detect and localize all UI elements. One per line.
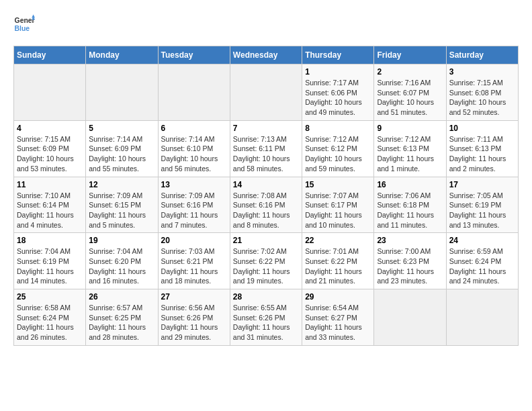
day-number: 8 <box>305 124 371 133</box>
weekday-header-thursday: Thursday <box>302 46 374 64</box>
day-number: 26 <box>89 292 154 302</box>
svg-text:General: General <box>15 17 35 24</box>
calendar-cell: 25Sunrise: 6:58 AMSunset: 6:24 PMDayligh… <box>14 289 86 346</box>
calendar-cell: 17Sunrise: 7:05 AMSunset: 6:19 PMDayligh… <box>446 177 518 233</box>
day-info: Sunrise: 7:09 AMSunset: 6:15 PMDaylight:… <box>89 191 154 230</box>
calendar-cell <box>230 64 302 121</box>
weekday-header-saturday: Saturday <box>446 46 518 64</box>
calendar-cell: 12Sunrise: 7:09 AMSunset: 6:15 PMDayligh… <box>86 177 158 233</box>
calendar-cell: 11Sunrise: 7:10 AMSunset: 6:14 PMDayligh… <box>14 177 86 233</box>
day-number: 24 <box>449 236 515 245</box>
day-info: Sunrise: 7:17 AMSunset: 6:06 PMDaylight:… <box>305 78 371 118</box>
day-info: Sunrise: 7:07 AMSunset: 6:17 PMDaylight:… <box>305 191 371 230</box>
day-number: 20 <box>161 236 227 245</box>
day-number: 1 <box>305 67 371 77</box>
calendar-cell: 23Sunrise: 7:00 AMSunset: 6:23 PMDayligh… <box>374 233 446 289</box>
day-number: 3 <box>449 67 515 77</box>
calendar-week-2: 4Sunrise: 7:15 AMSunset: 6:09 PMDaylight… <box>14 120 519 177</box>
calendar-cell: 27Sunrise: 6:56 AMSunset: 6:26 PMDayligh… <box>158 289 230 346</box>
calendar-cell: 29Sunrise: 6:54 AMSunset: 6:27 PMDayligh… <box>302 289 374 346</box>
day-number: 9 <box>377 124 443 133</box>
day-number: 13 <box>161 180 227 189</box>
calendar-cell: 3Sunrise: 7:15 AMSunset: 6:08 PMDaylight… <box>446 64 518 121</box>
day-number: 6 <box>161 124 227 133</box>
weekday-header-row: SundayMondayTuesdayWednesdayThursdayFrid… <box>14 46 519 64</box>
calendar-cell <box>86 64 158 121</box>
day-number: 2 <box>377 67 443 77</box>
day-number: 12 <box>89 180 154 189</box>
calendar-cell: 28Sunrise: 6:55 AMSunset: 6:26 PMDayligh… <box>230 289 302 346</box>
day-info: Sunrise: 7:15 AMSunset: 6:09 PMDaylight:… <box>17 134 83 174</box>
day-info: Sunrise: 6:56 AMSunset: 6:26 PMDaylight:… <box>161 303 227 342</box>
day-number: 7 <box>233 124 299 133</box>
calendar-week-3: 11Sunrise: 7:10 AMSunset: 6:14 PMDayligh… <box>14 177 519 233</box>
weekday-header-tuesday: Tuesday <box>158 46 230 64</box>
day-info: Sunrise: 7:04 AMSunset: 6:20 PMDaylight:… <box>89 246 154 286</box>
day-number: 28 <box>233 292 299 302</box>
calendar-cell: 8Sunrise: 7:12 AMSunset: 6:12 PMDaylight… <box>302 120 374 177</box>
calendar-cell: 6Sunrise: 7:14 AMSunset: 6:10 PMDaylight… <box>158 120 230 177</box>
weekday-header-friday: Friday <box>374 46 446 64</box>
day-info: Sunrise: 7:02 AMSunset: 6:22 PMDaylight:… <box>233 246 299 286</box>
calendar-cell: 18Sunrise: 7:04 AMSunset: 6:19 PMDayligh… <box>14 233 86 289</box>
day-info: Sunrise: 6:54 AMSunset: 6:27 PMDaylight:… <box>305 303 371 342</box>
day-info: Sunrise: 6:58 AMSunset: 6:24 PMDaylight:… <box>17 303 83 342</box>
day-info: Sunrise: 7:04 AMSunset: 6:19 PMDaylight:… <box>17 246 83 286</box>
day-info: Sunrise: 7:16 AMSunset: 6:07 PMDaylight:… <box>377 78 443 118</box>
day-number: 14 <box>233 180 299 189</box>
day-info: Sunrise: 6:59 AMSunset: 6:24 PMDaylight:… <box>449 246 515 286</box>
weekday-header-monday: Monday <box>86 46 158 64</box>
day-number: 21 <box>233 236 299 245</box>
day-number: 11 <box>17 180 83 189</box>
calendar-cell: 2Sunrise: 7:16 AMSunset: 6:07 PMDaylight… <box>374 64 446 121</box>
calendar-cell: 15Sunrise: 7:07 AMSunset: 6:17 PMDayligh… <box>302 177 374 233</box>
calendar-cell: 5Sunrise: 7:14 AMSunset: 6:09 PMDaylight… <box>86 120 158 177</box>
svg-text:Blue: Blue <box>15 25 30 32</box>
calendar-cell <box>158 64 230 121</box>
day-info: Sunrise: 7:00 AMSunset: 6:23 PMDaylight:… <box>377 246 443 286</box>
calendar-cell: 21Sunrise: 7:02 AMSunset: 6:22 PMDayligh… <box>230 233 302 289</box>
day-number: 23 <box>377 236 443 245</box>
day-info: Sunrise: 7:01 AMSunset: 6:22 PMDaylight:… <box>305 246 371 286</box>
calendar-cell: 10Sunrise: 7:11 AMSunset: 6:13 PMDayligh… <box>446 120 518 177</box>
day-info: Sunrise: 7:10 AMSunset: 6:14 PMDaylight:… <box>17 191 83 230</box>
day-info: Sunrise: 7:09 AMSunset: 6:16 PMDaylight:… <box>161 191 227 230</box>
day-info: Sunrise: 7:03 AMSunset: 6:21 PMDaylight:… <box>161 246 227 286</box>
day-info: Sunrise: 7:11 AMSunset: 6:13 PMDaylight:… <box>449 134 515 174</box>
calendar-cell <box>446 289 518 346</box>
calendar-cell: 20Sunrise: 7:03 AMSunset: 6:21 PMDayligh… <box>158 233 230 289</box>
day-number: 29 <box>305 292 371 302</box>
day-info: Sunrise: 6:55 AMSunset: 6:26 PMDaylight:… <box>233 303 299 342</box>
day-number: 15 <box>305 180 371 189</box>
logo: General Blue <box>13 13 38 35</box>
day-info: Sunrise: 7:15 AMSunset: 6:08 PMDaylight:… <box>449 78 515 118</box>
calendar-cell: 22Sunrise: 7:01 AMSunset: 6:22 PMDayligh… <box>302 233 374 289</box>
day-info: Sunrise: 7:08 AMSunset: 6:16 PMDaylight:… <box>233 191 299 230</box>
day-number: 27 <box>161 292 227 302</box>
weekday-header-sunday: Sunday <box>14 46 86 64</box>
day-info: Sunrise: 7:12 AMSunset: 6:13 PMDaylight:… <box>377 134 443 174</box>
day-info: Sunrise: 6:57 AMSunset: 6:25 PMDaylight:… <box>89 303 154 342</box>
calendar-cell <box>374 289 446 346</box>
day-number: 5 <box>89 124 154 133</box>
calendar-cell: 16Sunrise: 7:06 AMSunset: 6:18 PMDayligh… <box>374 177 446 233</box>
day-info: Sunrise: 7:05 AMSunset: 6:19 PMDaylight:… <box>449 191 515 230</box>
calendar-cell: 7Sunrise: 7:13 AMSunset: 6:11 PMDaylight… <box>230 120 302 177</box>
day-info: Sunrise: 7:13 AMSunset: 6:11 PMDaylight:… <box>233 134 299 174</box>
calendar-cell: 4Sunrise: 7:15 AMSunset: 6:09 PMDaylight… <box>14 120 86 177</box>
day-info: Sunrise: 7:06 AMSunset: 6:18 PMDaylight:… <box>377 191 443 230</box>
logo-icon: General Blue <box>13 13 35 35</box>
day-number: 4 <box>17 124 83 133</box>
day-number: 18 <box>17 236 83 245</box>
day-number: 19 <box>89 236 154 245</box>
day-number: 25 <box>17 292 83 302</box>
calendar-cell: 24Sunrise: 6:59 AMSunset: 6:24 PMDayligh… <box>446 233 518 289</box>
calendar-cell <box>14 64 86 121</box>
day-number: 22 <box>305 236 371 245</box>
calendar-cell: 26Sunrise: 6:57 AMSunset: 6:25 PMDayligh… <box>86 289 158 346</box>
weekday-header-wednesday: Wednesday <box>230 46 302 64</box>
day-number: 10 <box>449 124 515 133</box>
calendar-week-1: 1Sunrise: 7:17 AMSunset: 6:06 PMDaylight… <box>14 64 519 121</box>
day-number: 16 <box>377 180 443 189</box>
calendar-cell: 1Sunrise: 7:17 AMSunset: 6:06 PMDaylight… <box>302 64 374 121</box>
